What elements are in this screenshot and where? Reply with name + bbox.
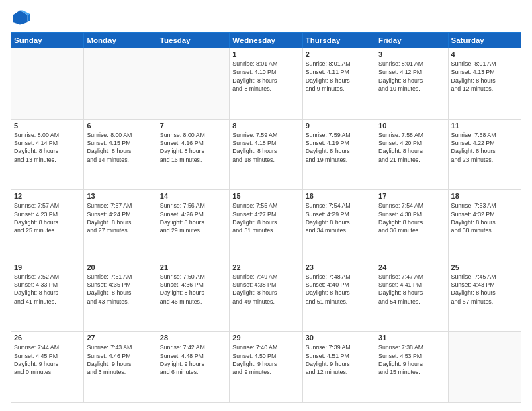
day-number: 16 <box>306 192 372 200</box>
calendar-cell: 29Sunrise: 7:40 AM Sunset: 4:50 PM Dayli… <box>230 332 302 403</box>
cell-content: Sunrise: 7:49 AM Sunset: 4:38 PM Dayligh… <box>232 273 299 306</box>
cell-content: Sunrise: 7:59 AM Sunset: 4:19 PM Dayligh… <box>306 131 372 164</box>
calendar-cell <box>448 332 521 403</box>
calendar-cell: 11Sunrise: 7:58 AM Sunset: 4:22 PM Dayli… <box>448 119 521 190</box>
cell-content: Sunrise: 8:01 AM Sunset: 4:13 PM Dayligh… <box>451 60 518 93</box>
calendar-week-row: 19Sunrise: 7:52 AM Sunset: 4:33 PM Dayli… <box>11 261 521 332</box>
cell-content: Sunrise: 7:50 AM Sunset: 4:36 PM Dayligh… <box>160 273 226 306</box>
calendar-cell: 17Sunrise: 7:54 AM Sunset: 4:30 PM Dayli… <box>375 190 448 261</box>
calendar-cell: 25Sunrise: 7:45 AM Sunset: 4:43 PM Dayli… <box>448 261 521 332</box>
cell-content: Sunrise: 7:54 AM Sunset: 4:30 PM Dayligh… <box>378 201 445 234</box>
calendar-week-row: 26Sunrise: 7:44 AM Sunset: 4:45 PM Dayli… <box>11 332 521 403</box>
cell-content: Sunrise: 7:47 AM Sunset: 4:41 PM Dayligh… <box>378 273 445 306</box>
cell-content: Sunrise: 7:56 AM Sunset: 4:26 PM Dayligh… <box>160 201 226 234</box>
day-number: 17 <box>378 192 445 200</box>
day-number: 22 <box>232 263 299 271</box>
calendar-cell: 6Sunrise: 8:00 AM Sunset: 4:15 PM Daylig… <box>84 119 157 190</box>
day-number: 14 <box>160 192 226 200</box>
calendar-cell: 26Sunrise: 7:44 AM Sunset: 4:45 PM Dayli… <box>11 332 84 403</box>
calendar-cell: 3Sunrise: 8:01 AM Sunset: 4:12 PM Daylig… <box>375 48 448 120</box>
calendar-cell: 22Sunrise: 7:49 AM Sunset: 4:38 PM Dayli… <box>230 261 302 332</box>
day-number: 2 <box>306 50 372 58</box>
cell-content: Sunrise: 7:40 AM Sunset: 4:50 PM Dayligh… <box>232 343 299 376</box>
cell-content: Sunrise: 7:57 AM Sunset: 4:24 PM Dayligh… <box>87 201 153 234</box>
day-number: 29 <box>232 334 299 342</box>
calendar-cell: 12Sunrise: 7:57 AM Sunset: 4:23 PM Dayli… <box>11 190 84 261</box>
calendar-week-row: 12Sunrise: 7:57 AM Sunset: 4:23 PM Dayli… <box>11 190 521 261</box>
cell-content: Sunrise: 7:48 AM Sunset: 4:40 PM Dayligh… <box>306 273 372 306</box>
cell-content: Sunrise: 8:01 AM Sunset: 4:10 PM Dayligh… <box>232 60 299 93</box>
calendar-cell: 28Sunrise: 7:42 AM Sunset: 4:48 PM Dayli… <box>157 332 229 403</box>
cell-content: Sunrise: 7:58 AM Sunset: 4:20 PM Dayligh… <box>378 131 445 164</box>
day-number: 27 <box>87 334 153 342</box>
calendar-week-row: 1Sunrise: 8:01 AM Sunset: 4:10 PM Daylig… <box>11 48 521 120</box>
day-number: 9 <box>306 122 372 130</box>
day-number: 19 <box>14 263 81 271</box>
cell-content: Sunrise: 8:01 AM Sunset: 4:12 PM Dayligh… <box>378 60 445 93</box>
calendar-cell: 9Sunrise: 7:59 AM Sunset: 4:19 PM Daylig… <box>302 119 375 190</box>
weekday-header: Sunday <box>11 33 84 48</box>
day-number: 7 <box>160 122 226 130</box>
calendar-cell: 20Sunrise: 7:51 AM Sunset: 4:35 PM Dayli… <box>84 261 157 332</box>
day-number: 31 <box>378 334 445 342</box>
cell-content: Sunrise: 7:53 AM Sunset: 4:32 PM Dayligh… <box>451 201 518 234</box>
day-number: 23 <box>306 263 372 271</box>
logo-icon <box>11 8 30 27</box>
calendar-table: SundayMondayTuesdayWednesdayThursdayFrid… <box>11 32 521 403</box>
calendar-cell: 24Sunrise: 7:47 AM Sunset: 4:41 PM Dayli… <box>375 261 448 332</box>
day-number: 26 <box>14 334 81 342</box>
svg-marker-2 <box>28 14 30 22</box>
cell-content: Sunrise: 7:51 AM Sunset: 4:35 PM Dayligh… <box>87 273 153 306</box>
cell-content: Sunrise: 7:42 AM Sunset: 4:48 PM Dayligh… <box>160 343 226 376</box>
day-number: 10 <box>378 122 445 130</box>
day-number: 21 <box>160 263 226 271</box>
calendar-cell <box>84 48 157 120</box>
calendar-cell: 21Sunrise: 7:50 AM Sunset: 4:36 PM Dayli… <box>157 261 229 332</box>
weekday-header: Thursday <box>302 33 375 48</box>
cell-content: Sunrise: 7:39 AM Sunset: 4:51 PM Dayligh… <box>306 343 372 376</box>
calendar-cell: 16Sunrise: 7:54 AM Sunset: 4:29 PM Dayli… <box>302 190 375 261</box>
day-number: 12 <box>14 192 81 200</box>
cell-content: Sunrise: 7:58 AM Sunset: 4:22 PM Dayligh… <box>451 131 518 164</box>
calendar-cell: 18Sunrise: 7:53 AM Sunset: 4:32 PM Dayli… <box>448 190 521 261</box>
header <box>11 8 521 27</box>
page: SundayMondayTuesdayWednesdayThursdayFrid… <box>0 0 532 411</box>
calendar-cell: 8Sunrise: 7:59 AM Sunset: 4:18 PM Daylig… <box>230 119 302 190</box>
cell-content: Sunrise: 7:55 AM Sunset: 4:27 PM Dayligh… <box>232 201 299 234</box>
weekday-header: Saturday <box>448 33 521 48</box>
calendar-header-row: SundayMondayTuesdayWednesdayThursdayFrid… <box>11 33 521 48</box>
calendar-cell: 27Sunrise: 7:43 AM Sunset: 4:46 PM Dayli… <box>84 332 157 403</box>
logo <box>11 8 32 27</box>
weekday-header: Friday <box>375 33 448 48</box>
cell-content: Sunrise: 8:00 AM Sunset: 4:14 PM Dayligh… <box>14 131 81 164</box>
day-number: 11 <box>451 122 518 130</box>
day-number: 25 <box>451 263 518 271</box>
cell-content: Sunrise: 7:52 AM Sunset: 4:33 PM Dayligh… <box>14 273 81 306</box>
day-number: 1 <box>232 50 299 58</box>
calendar-cell: 30Sunrise: 7:39 AM Sunset: 4:51 PM Dayli… <box>302 332 375 403</box>
day-number: 3 <box>378 50 445 58</box>
calendar-cell: 7Sunrise: 8:00 AM Sunset: 4:16 PM Daylig… <box>157 119 229 190</box>
calendar-cell: 19Sunrise: 7:52 AM Sunset: 4:33 PM Dayli… <box>11 261 84 332</box>
calendar-cell: 31Sunrise: 7:38 AM Sunset: 4:53 PM Dayli… <box>375 332 448 403</box>
day-number: 15 <box>232 192 299 200</box>
day-number: 28 <box>160 334 226 342</box>
calendar-week-row: 5Sunrise: 8:00 AM Sunset: 4:14 PM Daylig… <box>11 119 521 190</box>
calendar-cell: 4Sunrise: 8:01 AM Sunset: 4:13 PM Daylig… <box>448 48 521 120</box>
cell-content: Sunrise: 7:59 AM Sunset: 4:18 PM Dayligh… <box>232 131 299 164</box>
cell-content: Sunrise: 7:44 AM Sunset: 4:45 PM Dayligh… <box>14 343 81 376</box>
weekday-header: Monday <box>84 33 157 48</box>
day-number: 20 <box>87 263 153 271</box>
cell-content: Sunrise: 7:38 AM Sunset: 4:53 PM Dayligh… <box>378 343 445 376</box>
day-number: 6 <box>87 122 153 130</box>
day-number: 5 <box>14 122 81 130</box>
day-number: 30 <box>306 334 372 342</box>
cell-content: Sunrise: 8:00 AM Sunset: 4:16 PM Dayligh… <box>160 131 226 164</box>
day-number: 18 <box>451 192 518 200</box>
calendar-cell: 5Sunrise: 8:00 AM Sunset: 4:14 PM Daylig… <box>11 119 84 190</box>
calendar-cell: 10Sunrise: 7:58 AM Sunset: 4:20 PM Dayli… <box>375 119 448 190</box>
weekday-header: Tuesday <box>157 33 229 48</box>
day-number: 8 <box>232 122 299 130</box>
calendar-cell: 14Sunrise: 7:56 AM Sunset: 4:26 PM Dayli… <box>157 190 229 261</box>
calendar-cell <box>157 48 229 120</box>
